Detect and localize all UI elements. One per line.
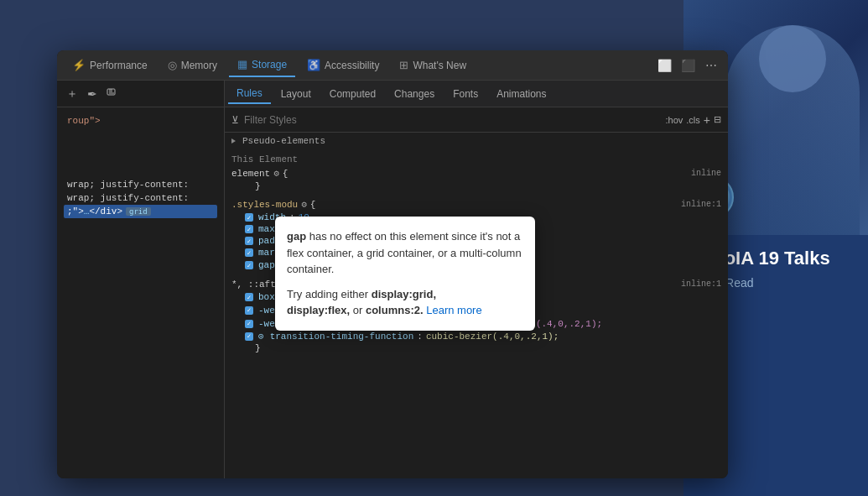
dom-line-wrap2: wrap; justify-content: [64,191,217,205]
sub-tab-layout[interactable]: Layout [273,85,320,103]
dock-side-button[interactable]: ⬜ [654,55,674,76]
filter-icon: ⊻ [231,114,239,126]
devtools-top-tabs: ⚡ Performance ◎ Memory ▦ Storage ♿ Acces… [57,50,728,81]
dom-line-group: roup"> [64,114,217,128]
dom-toolbar: ＋ ✒ [57,81,224,107]
tab-storage[interactable]: ▦ Storage [229,53,295,77]
whats-new-icon: ⊞ [399,59,408,71]
margin-checkbox[interactable]: ✓ [245,248,253,257]
dock-bottom-button[interactable]: ⬛ [678,55,698,76]
sub-tab-computed[interactable]: Computed [321,85,384,103]
padding-checkbox[interactable]: ✓ [245,237,253,245]
tab-memory[interactable]: ◎ Memory [159,54,226,76]
memory-icon: ◎ [168,59,177,71]
dom-search-button[interactable] [104,86,121,102]
tab-whats-new[interactable]: ⊞ What's New [391,54,475,76]
tab-accessibility[interactable]: ♿ Accessibility [299,54,387,76]
filter-styles-input[interactable] [244,114,661,126]
tab-performance[interactable]: ⚡ Performance [64,54,156,76]
box-sizing-checkbox[interactable]: ✓ [245,293,253,301]
rule-universal-close: } [242,342,721,354]
screenshot-wrapper: EuroIA 19 Talks 5 Min Read ⚡ Performance… [0,0,868,496]
tabs-right-controls: ⬜ ⬛ ⋯ [654,55,721,76]
pseudo-elements-arrow [231,138,236,144]
rule-element-close: } [242,180,721,192]
add-rule-button[interactable]: + [704,113,710,127]
styles-content: Pseudo-elements This Element element ⚙ {… [225,133,728,478]
sub-tab-fonts[interactable]: Fonts [444,85,486,103]
sub-tab-changes[interactable]: Changes [386,85,443,103]
devtools-panel: ⚡ Performance ◎ Memory ▦ Storage ♿ Acces… [57,50,728,478]
rule-styles-module-selector: .styles-modu ⚙ { inline:1 [231,199,721,210]
max-width-checkbox[interactable]: ✓ [245,225,253,233]
rule-element: element ⚙ { inline } [225,166,728,197]
dom-line-wrap1: wrap; justify-content: [64,178,217,191]
dom-content: roup"> wrap; justify-content: wrap; just… [57,107,224,478]
performance-icon: ⚡ [72,59,86,71]
rule-transition-timing: ✓ ⊙ transition-timing-function : cubic-b… [231,330,721,342]
add-node-button[interactable]: ＋ [64,86,81,102]
sub-tab-rules[interactable]: Rules [228,84,271,104]
accessibility-icon: ♿ [307,59,320,71]
styles-panel: Rules Layout Computed Changes Fonts [225,81,728,478]
dom-panel: ＋ ✒ roup"> [57,81,225,478]
width-checkbox[interactable]: ✓ [245,213,253,222]
webkit-tap-checkbox[interactable]: ✓ [245,306,253,315]
hover-toggle[interactable]: :hov [666,115,683,125]
tooltip-main-text: gap has no effect on this element since … [287,228,523,278]
this-element-label: This Element [225,153,728,166]
sub-tab-animations[interactable]: Animations [488,85,554,103]
pseudo-elements-section[interactable]: Pseudo-elements [225,133,728,149]
styles-sub-tabs: Rules Layout Computed Changes Fonts [225,81,728,107]
transition-checkbox[interactable]: ✓ [245,332,253,341]
new-style-rule-button[interactable]: ⊟ [714,114,721,125]
filter-right-controls: :hov .cls + ⊟ [666,113,721,127]
cls-toggle[interactable]: .cls [686,115,700,125]
learn-more-link[interactable]: Learn more [426,304,481,316]
styles-module-gear-icon[interactable]: ⚙ [301,199,307,210]
tooltip-suggestion-text: Try adding either display:grid, display:… [287,286,523,319]
pick-element-button[interactable]: ✒ [84,86,101,102]
grid-badge: grid [126,207,151,216]
gap-checkbox[interactable]: ✓ [245,261,253,269]
rule-element-selector: element ⚙ { inline [231,168,721,179]
devtools-body: ＋ ✒ roup"> [57,81,728,478]
webkit-transition-checkbox[interactable]: ✓ [245,320,253,328]
storage-icon: ▦ [237,58,247,70]
element-gear-icon[interactable]: ⚙ [273,168,279,179]
person-head [759,25,826,92]
more-options-button[interactable]: ⋯ [701,55,721,76]
styles-filter-bar: ⊻ :hov .cls + ⊟ [225,107,728,133]
dom-line-selected[interactable]: ;"> … </div> grid [64,205,217,218]
tooltip-popup: gap has no effect on this element since … [275,217,535,331]
